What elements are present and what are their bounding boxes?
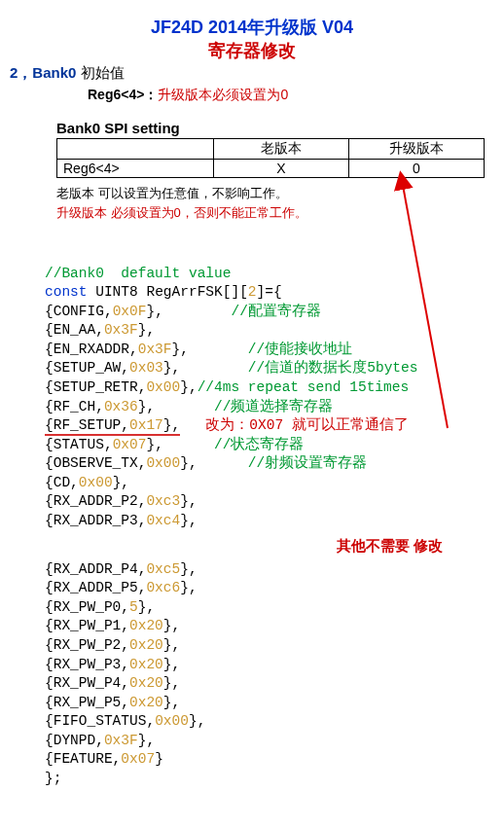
code-text: }, (146, 304, 231, 319)
code-text: {RX_ADDR_P2, (45, 493, 146, 509)
code-number: 0xc3 (146, 493, 180, 509)
other-note: 其他不需要 修改 (337, 536, 494, 556)
code-number: 0x07 (121, 751, 155, 767)
code-text: {RX_ADDR_P4, (45, 561, 146, 577)
code-comment: //Bank0 default value (45, 266, 231, 281)
table-cell-new: 0 (349, 160, 485, 178)
code-number: 0x20 (129, 618, 163, 633)
code-text: }, (180, 379, 197, 395)
code-text: {SETUP_RETR, (45, 379, 146, 395)
code-number: 0x0F (113, 304, 147, 319)
code-text: }, (163, 637, 180, 653)
note-new: 升级版本 必须设置为0，否则不能正常工作。 (56, 205, 307, 220)
code-text: }, (138, 599, 155, 615)
code-text (180, 417, 205, 433)
table-header-row: 老版本 升级版本 (57, 139, 485, 160)
code-number: 0x36 (104, 399, 138, 414)
code-end: }; (45, 771, 61, 786)
code-text: }, (180, 513, 197, 528)
code-text: }, (146, 437, 214, 452)
code-text: {RX_PW_P0, (45, 599, 129, 615)
code-number: 0x20 (129, 675, 163, 691)
code-text: {STATUS, (45, 437, 113, 452)
code-number: 0x03 (129, 360, 163, 376)
code-number: 0x00 (155, 713, 189, 729)
code-text: {RX_PW_P2, (45, 637, 129, 653)
code-text: {RF_SETUP, (45, 417, 129, 433)
code-number: 0x17 (129, 417, 163, 433)
code-number: 0x00 (146, 455, 180, 471)
code-number: 0x3F (138, 342, 172, 357)
code-number: 0x20 (129, 637, 163, 653)
doc-subtitle: 寄存器修改 (10, 39, 494, 62)
code-comment: //频道选择寄存器 (214, 399, 333, 414)
code-text: }, (180, 561, 197, 577)
code-keyword: const (45, 284, 88, 300)
spi-table: 老版本 升级版本 Reg6<4> X 0 (56, 138, 485, 178)
code-text: } (155, 751, 163, 767)
section-num: 2， (10, 64, 32, 81)
table-caption: Bank0 SPI setting (56, 120, 494, 136)
code-text: {CONFIG, (45, 304, 113, 319)
code-text: UINT8 RegArrFSK[][ (95, 284, 248, 300)
code-comment: //4ms repeat send 15times (198, 379, 410, 395)
table-header-new: 升级版本 (349, 139, 485, 160)
code-text: {RX_PW_P5, (45, 695, 129, 710)
code-text: {EN_RXADDR, (45, 342, 138, 357)
code-text: }, (163, 618, 180, 633)
code-text: {RF_CH, (45, 399, 104, 414)
code-comment: //射频设置寄存器 (248, 455, 367, 471)
code-comment: //信道的数据长度5bytes (248, 360, 418, 376)
section-label: Bank0 (32, 64, 76, 81)
table-header-old: 老版本 (214, 139, 349, 160)
code-text: }, (180, 455, 248, 471)
code-text: }, (163, 695, 180, 710)
code-number: 0x3F (104, 322, 138, 338)
code-text: {SETUP_AW, (45, 360, 129, 376)
code-number: 0x00 (79, 475, 113, 490)
reg-label: Reg6<4>： (88, 87, 158, 102)
code-text: {RX_PW_P3, (45, 657, 129, 672)
table-cell-old: X (214, 160, 349, 178)
reg-text: 升级版本必须设置为0 (158, 87, 288, 102)
code-text: }, (138, 733, 155, 748)
doc-title: JF24D 2014年升级版 V04 (10, 16, 494, 39)
code-text: }, (163, 657, 180, 672)
highlighted-line: {RF_SETUP,0x17}, (45, 417, 180, 436)
code-text: }, (180, 580, 197, 595)
code-number: 0xc6 (146, 580, 180, 595)
reg-line: Reg6<4>：升级版本必须设置为0 (88, 87, 494, 104)
page-root: JF24D 2014年升级版 V04 寄存器修改 2，Bank0 初始值 Reg… (0, 0, 504, 827)
code-number: 0xc4 (146, 513, 180, 528)
code-comment: //使能接收地址 (248, 342, 352, 357)
note-old: 老版本 可以设置为任意值，不影响工作。 (56, 186, 288, 200)
code-text: {FIFO_STATUS, (45, 713, 155, 729)
code-text: {RX_PW_P4, (45, 675, 129, 691)
notes-block: 老版本 可以设置为任意值，不影响工作。 升级版本 必须设置为0，否则不能正常工作… (56, 184, 494, 222)
code-text: }, (180, 493, 197, 509)
table-cell-label: Reg6<4> (57, 160, 214, 178)
code-text: {DYNPD, (45, 733, 104, 748)
code-number: 0x00 (146, 379, 180, 395)
code-number: 0x20 (129, 657, 163, 672)
code-text: {RX_PW_P1, (45, 618, 129, 633)
section-suffix: 初始值 (76, 64, 124, 81)
code-text: }, (163, 417, 180, 433)
code-text: {RX_ADDR_P3, (45, 513, 146, 528)
change-note: 改为：0X07 就可以正常通信了 (205, 417, 409, 433)
code-text: }, (113, 475, 129, 490)
table-header-empty (57, 139, 214, 160)
code-text: }, (138, 399, 214, 414)
code-number: 5 (129, 599, 138, 615)
code-text: {EN_AA, (45, 322, 104, 338)
code-text: {OBSERVE_TX, (45, 455, 146, 471)
code-comment: //配置寄存器 (231, 304, 320, 319)
code-text: ]={ (257, 284, 282, 300)
table-row: Reg6<4> X 0 (57, 160, 485, 178)
code-text: {RX_ADDR_P5, (45, 580, 146, 595)
code-text: }, (138, 322, 155, 338)
code-text: {FEATURE, (45, 751, 121, 767)
code-text: {CD, (45, 475, 79, 490)
code-block: //Bank0 default value const UINT8 RegArr… (45, 245, 494, 808)
code-text: }, (163, 675, 180, 691)
